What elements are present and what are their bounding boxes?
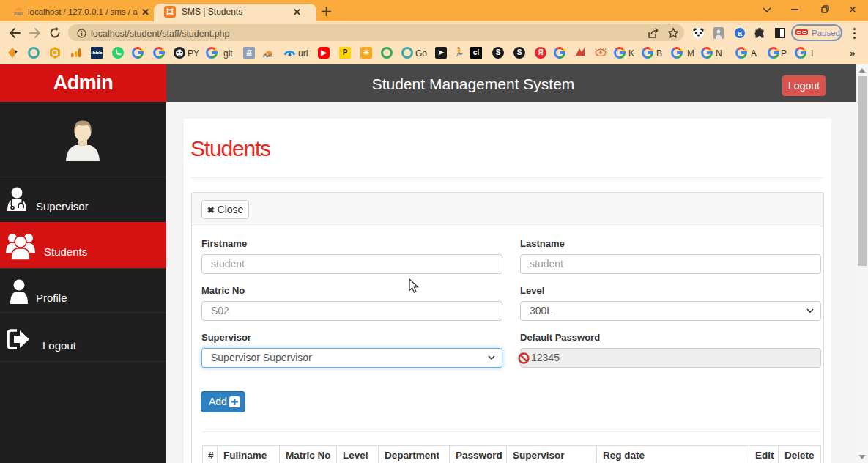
svg-text:PMA: PMA bbox=[263, 53, 272, 58]
svg-text:PMA: PMA bbox=[14, 12, 23, 16]
